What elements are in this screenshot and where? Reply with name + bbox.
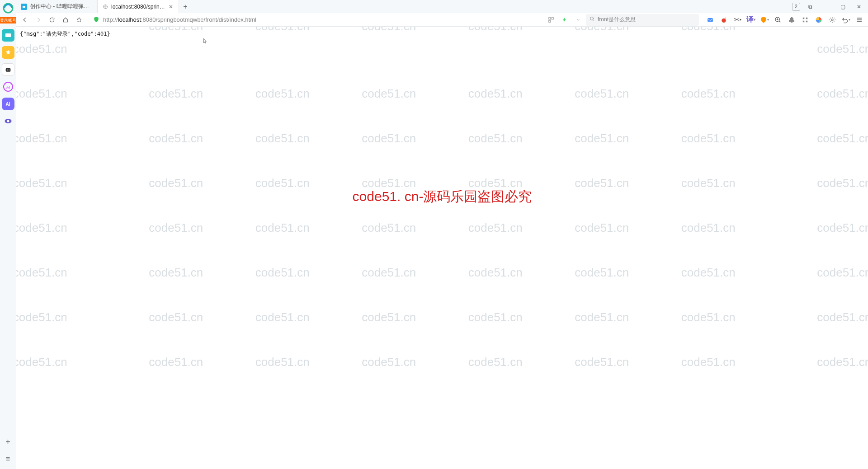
watermark-text: code51.cn [442,221,549,235]
watermark-text: code51.cn [791,87,868,101]
svg-rect-10 [23,6,25,8]
weibo-icon[interactable] [718,14,730,26]
watermark-text: code51.cn [229,266,336,280]
watermark-text: code51.cn [655,131,762,145]
watermark-text: code51.cn [791,266,868,280]
tab-strip: 创作中心 - 哔哩哔哩弹幕视频网 localhost:8080/springbo… [16,0,868,13]
tab-localhost[interactable]: localhost:8080/springbootmq ✕ [98,0,179,13]
window-indicator[interactable]: 2 [792,3,800,11]
watermark-text: code51.cn [336,87,443,101]
extensions-icon[interactable] [786,14,797,26]
watermark-text: code51.cn [336,310,443,324]
watermark-text: code51.cn [549,176,656,190]
watermark-text: code51.cn [791,355,868,369]
watermark-text: code51.cn [229,131,336,145]
page-viewport: {"msg":"请先登录","code":401} code51.cncode5… [16,27,868,469]
url-text: http://localhost:8080/springbootmqwbe/fr… [103,16,256,23]
watermark-text: code51.cn [336,266,443,280]
adblock-shield-icon[interactable]: ▾ [759,14,770,26]
login-badge[interactable]: 登录账号 [0,17,16,23]
toolbar-search-box[interactable]: front是什么意思 [586,14,699,26]
url-bar[interactable]: http://localhost:8080/springbootmqwbe/fr… [90,14,388,26]
watermark-text: code51.cn [442,87,549,101]
sidebar-ai-square-icon[interactable]: AI [2,98,14,110]
window-pin-icon[interactable]: ⧉ [804,0,816,13]
watermark-text: code51.cn [549,87,656,101]
sidebar-ai-circle-icon[interactable]: AI [2,80,14,93]
scissors-icon[interactable]: ✂▾ [731,14,743,26]
flash-icon[interactable] [559,14,571,26]
watermark-text: code51.cn [229,176,336,190]
watermark-text: code51.cn [442,266,549,280]
watermark-text: code51.cn [123,131,230,145]
svg-rect-2 [5,68,10,72]
bilibili-favicon-icon [21,4,27,10]
browser-left-sidebar: 登录账号 AI AI + ≡ [0,0,16,469]
sidebar-eye-icon[interactable] [2,115,14,127]
svg-point-4 [9,70,9,70]
nav-forward-button[interactable] [33,14,44,26]
watermark-text: code51.cn [123,27,230,33]
window-maximize-button[interactable]: ▢ [836,0,849,13]
watermark-text: code51.cn [442,355,549,369]
watermark-text: code51.cn [16,266,94,280]
mail-icon[interactable] [704,14,716,26]
sidebar-menu-button[interactable]: ≡ [2,453,14,465]
tab-bilibili[interactable]: 创作中心 - 哔哩哔哩弹幕视频网 [16,0,98,13]
window-close-button[interactable]: ✕ [853,0,865,13]
search-placeholder: front是什么意思 [598,16,636,23]
main-menu-icon[interactable] [854,14,865,26]
svg-rect-14 [549,20,551,22]
nav-reload-button[interactable] [46,14,58,26]
browser-logo-icon[interactable] [2,2,14,14]
watermark-text: code51.cn [549,131,656,145]
svg-rect-16 [708,18,713,22]
svg-rect-13 [552,17,553,19]
gear-icon[interactable] [826,14,838,26]
watermark-text: code51.cn [549,310,656,324]
window-minimize-button[interactable]: — [820,0,833,13]
watermark-text: code51.cn [655,266,762,280]
watermark-text: code51.cn [655,176,762,190]
colorwheel-icon[interactable] [813,14,825,26]
sidebar-shortcut-1-icon[interactable] [2,29,14,42]
watermark-text: code51.cn [16,310,94,324]
svg-point-15 [590,17,594,20]
tab-close-icon[interactable]: ✕ [168,4,174,10]
watermark-text: code51.cn [123,176,230,190]
watermark-text: code51.cn [336,27,443,33]
watermark-text: code51.cn [229,27,336,33]
dropdown-icon[interactable] [572,14,584,26]
watermark-text: code51.cn [16,221,94,235]
translate-icon[interactable]: 译▾ [745,14,757,26]
watermark-text: code51.cn [16,131,94,145]
sidebar-add-button[interactable]: + [2,436,14,448]
search-icon [590,16,595,23]
watermark-text: code51.cn [229,355,336,369]
watermark-text: code51.cn [16,176,94,190]
watermark-text: code51.cn [791,176,868,190]
zoom-icon[interactable] [772,14,784,26]
browser-toolbar: http://localhost:8080/springbootmqwbe/fr… [16,13,868,27]
watermark-text: code51.cn [123,87,230,101]
nav-star-button[interactable] [73,14,85,26]
undo-icon[interactable]: ▾ [840,14,852,26]
watermark-text: code51.cn [442,176,549,190]
watermark-text: code51.cn [655,27,762,33]
qr-icon[interactable] [545,14,557,26]
svg-point-25 [831,19,833,21]
watermark-text: code51.cn [16,87,94,101]
watermark-text: code51.cn [336,131,443,145]
sidebar-robot-icon[interactable] [2,63,14,76]
apps-grid-icon[interactable] [799,14,811,26]
mouse-cursor-icon [201,38,208,45]
svg-point-3 [7,70,8,70]
watermark-text: code51.cn [123,266,230,280]
new-tab-button[interactable]: + [179,0,192,13]
watermark-text: code51.cn [442,310,549,324]
nav-home-button[interactable] [60,14,71,26]
watermark-text: code51.cn [16,42,94,56]
watermark-text: code51.cn [549,27,656,33]
sidebar-favorites-icon[interactable] [2,46,14,59]
nav-back-button[interactable] [19,14,31,26]
